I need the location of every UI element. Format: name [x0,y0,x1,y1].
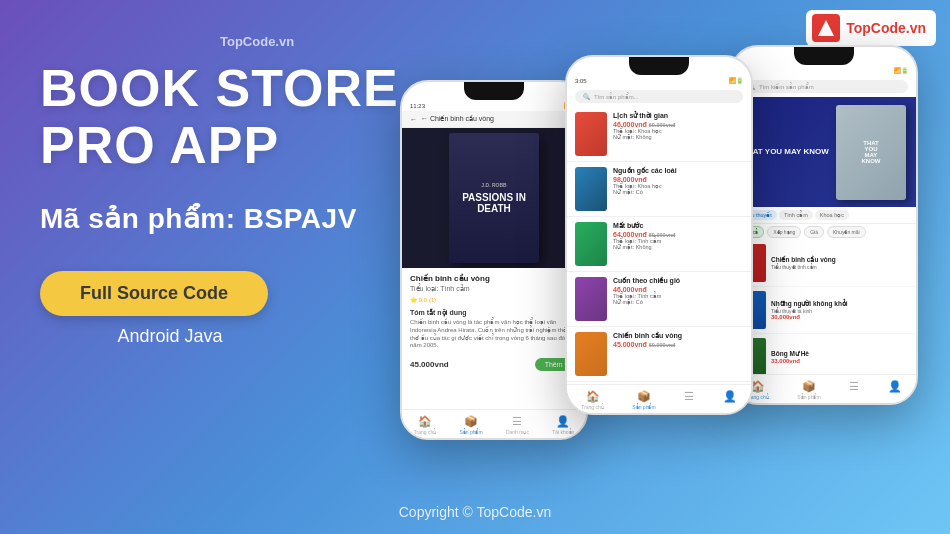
bottom-nav-right: 🏠Trang chủ 📦Sản phẩm ☰ 👤 [732,374,916,403]
book-info-1: Lịch sử thời gian 46.000vnđ 60.000vnđ Th… [613,112,743,140]
bottom-nav-middle: 🏠Trang chủ 📦Sản phẩm ☰ 👤 [567,384,751,413]
nav-products-middle[interactable]: 📦Sản phẩm [632,390,655,410]
list-item: Những người không khỏi Tiểu thuyết tà ki… [732,287,916,334]
list-item: Mất bước 64.000vnđ 80.000vnđ Thể loại: T… [567,217,751,272]
phone-right: 📶🔋 🔍 Tìm kiếm sản phẩm THAT YOU MAY KNOW… [730,45,918,405]
search-bar-middle[interactable]: 🔍 Tìm sản phẩm... [575,90,743,103]
source-code-button[interactable]: Full Source Code [40,271,268,316]
book-thumb-3 [575,222,607,266]
copyright-footer: Copyright © TopCode.vn [399,504,551,520]
book-cover-jdrobb: J.D. ROBB PASSIONS IN DEATH [449,133,539,263]
book-info-2: Nguồn gốc các loài 98.000vnđ Thể loại: K… [613,167,743,195]
book-info-5: Chiến binh cầu vòng 45.000vnđ 60.000vnđ [613,332,743,348]
phone-notch-left [464,82,524,100]
nav-account-left[interactable]: 👤Tài khoản [552,415,574,435]
app-title: BOOK STORE PRO APP [40,60,420,174]
phone-notch-right [794,47,854,65]
status-bar-left: 11:23 📶🔋 [402,100,586,111]
nav-category-right[interactable]: ☰ [849,380,859,400]
nav-category-middle[interactable]: ☰ [684,390,694,410]
rbi-1: Chiến binh cầu vòng Tiểu thuyết tình cảm [771,256,836,270]
list-item: Cuốn theo chiều gió 46.000vnđ Thể loại: … [567,272,751,327]
nav-home-middle[interactable]: 🏠Trang chủ [581,390,604,410]
topcode-watermark: TopCode.vn [220,34,294,49]
book-header-left: ← ← Chiến binh cầu vòng [402,111,586,128]
status-bar-middle: 3:05 📶🔋 [567,75,751,86]
book-cover-left: J.D. ROBB PASSIONS IN DEATH [402,128,586,268]
nav-products-right[interactable]: 📦Sản phẩm [797,380,820,400]
nav-products-left[interactable]: 📦Sản phẩm [459,415,482,435]
nav-home-left[interactable]: 🏠Trang chủ [414,415,437,435]
left-content: BOOK STORE PRO APP Mã sản phẩm: BSPAJV F… [40,60,420,347]
nav-account-right[interactable]: 👤 [888,380,902,400]
book-details-left: Chiến binh cầu vòng Tiểu loại: Tình cảm … [402,268,586,377]
rbi-2: Những người không khỏi Tiểu thuyết tà ki… [771,300,848,320]
filter-price[interactable]: Giá [804,226,824,238]
book-info-4: Cuốn theo chiều gió 46.000vnđ Thể loại: … [613,277,743,305]
bottom-nav-left: 🏠Trang chủ 📦Sản phẩm ☰Danh mục 👤Tài khoả… [402,409,586,438]
phone-left: 11:23 📶🔋 ← ← Chiến binh cầu vòng J.D. RO… [400,80,588,440]
book-thumb-5 [575,332,607,376]
phone-notch-middle [629,57,689,75]
filter-row-right: Tất cả Xếp hạng Giá Khuyến mãi [732,224,916,240]
search-bar-right[interactable]: 🔍 Tìm kiếm sản phẩm [740,80,908,93]
book-info-3: Mất bước 64.000vnđ 80.000vnđ Thể loại: T… [613,222,743,250]
nav-category-left[interactable]: ☰Danh mục [506,415,529,435]
cat-tab-science[interactable]: Khoa học [815,210,849,220]
list-item: Lịch sử thời gian 46.000vnđ 60.000vnđ Th… [567,107,751,162]
list-item: Chiến binh cầu vòng Tiểu thuyết tình cảm [732,240,916,287]
filter-promo[interactable]: Khuyến mãi [827,226,866,238]
cat-tab-romance[interactable]: Tình cảm [779,210,813,220]
book-thumb-4 [575,277,607,321]
status-bar-right: 📶🔋 [732,65,916,76]
platform-label: Android Java [40,326,300,347]
phone-middle: 3:05 📶🔋 🔍 Tìm sản phẩm... Lịch sử thời g… [565,55,753,415]
rbi-3: Bông Mư Hè 33.000vnđ [771,350,809,364]
book-list-middle: Lịch sử thời gian 46.000vnđ 60.000vnđ Th… [567,107,751,382]
category-tabs-right: Tiểu thuyết Tình cảm Khoa học [732,207,916,224]
book-thumb-2 [575,167,607,211]
book-list-right: Chiến binh cầu vòng Tiểu thuyết tình cảm… [732,240,916,381]
featured-cover-right: THATYOUMAYKNOW [836,105,906,200]
phones-showcase: 11:23 📶🔋 ← ← Chiến binh cầu vòng J.D. RO… [370,0,950,534]
nav-account-middle[interactable]: 👤 [723,390,737,410]
list-item: Nguồn gốc các loài 98.000vnđ Thể loại: K… [567,162,751,217]
filter-rating[interactable]: Xếp hạng [767,226,801,238]
list-item: Chiến binh cầu vòng 45.000vnđ 60.000vnđ [567,327,751,382]
book-thumb-1 [575,112,607,156]
product-code: Mã sản phẩm: BSPAJV [40,202,420,235]
featured-book-right: THAT YOU MAY KNOW THATYOUMAYKNOW [732,97,916,207]
